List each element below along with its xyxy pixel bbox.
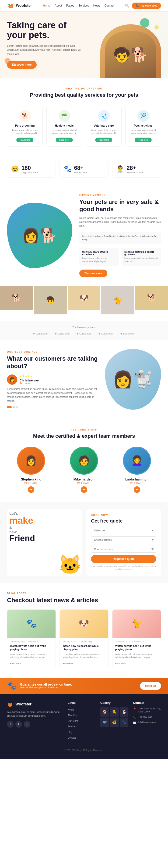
- dot-1[interactable]: [7, 406, 12, 408]
- happy-customers-number: 180: [22, 165, 38, 171]
- nav-contact[interactable]: Contact: [104, 4, 114, 7]
- service-card-grooming[interactable]: 🐕 Pets grooming Lorem ipsum dolor sit am…: [7, 105, 43, 147]
- footer-contact-title: Contact: [133, 701, 161, 705]
- testimonial-text: Suspendisse fermentum posuere fu nisl. N…: [7, 387, 98, 403]
- blog-read-more-2[interactable]: Read More: [63, 662, 73, 665]
- phone-contact-icon: 📞: [133, 716, 136, 719]
- bottom-cta-banner: 🐾 Guarantee our all pet eat on time, lea…: [0, 678, 168, 694]
- footer-gallery-item-2[interactable]: 🐈: [110, 707, 119, 717]
- address-text: 1234 Street Name, City, State 00000: [138, 707, 161, 714]
- phone-contact-text: +01 0000 0000: [138, 715, 153, 719]
- gallery-item-1[interactable]: 🐕: [0, 286, 33, 310]
- nav-about[interactable]: About: [55, 4, 62, 7]
- footer-link-home[interactable]: Home: [68, 707, 96, 712]
- testimonials-image-placeholder: 👩🐩: [113, 370, 153, 389]
- footer-gallery-item-4[interactable]: 🐦: [100, 718, 109, 727]
- footer-gallery-item-6[interactable]: 🐾: [120, 718, 128, 727]
- blog-card-1[interactable]: 🐾 January 5, 2021 Comment (5) Watch how …: [7, 610, 56, 668]
- gallery-item-2[interactable]: 👦: [34, 286, 67, 314]
- service-card-vet[interactable]: 🩺 Veterinary care Lorem ipsum dolor sit …: [86, 105, 122, 147]
- dot-2[interactable]: [13, 406, 15, 408]
- blog-section: BLOG POSTS Checkout latest news & articl…: [0, 583, 168, 678]
- email-icon: ✉️: [133, 721, 136, 724]
- blog-post-title-2: Watch how its heart out while playing pi…: [63, 644, 105, 651]
- meals-btn[interactable]: Read more: [56, 137, 73, 142]
- hero-image: 🧒🐕: [100, 24, 161, 78]
- gallery-section: 🐕 👦 🐶 🐈 🐕: [0, 286, 168, 321]
- testimonials-image: 👩🐩: [105, 349, 161, 410]
- member-2-add-button[interactable]: +: [81, 486, 87, 493]
- blog-body-1: January 5, 2021 Comment (5) Watch how it…: [7, 638, 56, 668]
- search-icon[interactable]: 🔍: [125, 4, 129, 7]
- feature-groomers-desc: Lorem ipsum dolor sit amet dolor sit ame…: [124, 257, 158, 263]
- footer-link-team[interactable]: Our Team: [68, 718, 96, 723]
- nav-home[interactable]: Home: [43, 4, 51, 7]
- footer: Woofster Lorem ipsum dolor sit amet, con…: [0, 694, 168, 759]
- logo[interactable]: Woofster: [7, 2, 32, 9]
- member-3-add-button[interactable]: +: [134, 486, 140, 493]
- blog-title: Checkout latest news & articles: [7, 596, 161, 604]
- footer-gallery-item-1[interactable]: 🐕: [100, 707, 109, 717]
- service-card-meals[interactable]: 🥗 Healthy meals Lorem ipsum dolor sit am…: [46, 105, 82, 147]
- feature-experience-title: We've 25 Years of work experience: [82, 251, 116, 256]
- footer-link-contact[interactable]: Contact: [68, 735, 96, 740]
- service-card-activities[interactable]: 🎾 Pets activities Lorem ipsum dolor sit …: [125, 105, 161, 147]
- nav-pages[interactable]: Pages: [66, 4, 74, 7]
- grooming-btn[interactable]: Read more: [16, 137, 33, 142]
- select-pet[interactable]: Select pet: [91, 527, 156, 534]
- gallery-item-3[interactable]: 🐶: [68, 286, 101, 310]
- partners-label: The business partners: [7, 326, 161, 329]
- footer-contact-column: Contact 📍 1234 Street Name, City, State …: [133, 701, 161, 741]
- select-service[interactable]: Choose service: [91, 536, 156, 543]
- blog-card-2[interactable]: 🐶 January 5, 2021 Comment (3) Watch how …: [60, 610, 108, 668]
- partner-1-icon: ◆: [33, 332, 35, 335]
- footer-gallery-item-3[interactable]: 🐇: [120, 707, 128, 717]
- testimonials-title: What our customers are talking about?: [7, 355, 98, 370]
- hero-cta-button[interactable]: Discover more: [7, 61, 37, 69]
- bottom-cta-button[interactable]: Read all: [140, 682, 161, 690]
- blog-card-3[interactable]: 🐈 January 5, 2021 Comment (2) Watch how …: [112, 610, 161, 668]
- quote-submit-button[interactable]: Request a quote: [91, 555, 156, 563]
- select-provider[interactable]: Choose provider: [91, 546, 156, 553]
- services-label: WHAT WE DO OFFERING: [7, 87, 161, 90]
- footer-link-services[interactable]: Services: [68, 724, 96, 728]
- member-3-avatar: 👩‍🦱: [123, 446, 151, 475]
- activities-btn[interactable]: Read more: [135, 137, 152, 142]
- gallery-item-4[interactable]: 🐈: [101, 286, 134, 314]
- member-1-add-button[interactable]: +: [28, 486, 34, 493]
- gallery-item-5[interactable]: 🐕: [135, 286, 168, 310]
- footer-copyright: © 2021 Woofster. All Rights Reserved.: [64, 749, 104, 752]
- social-facebook[interactable]: f: [7, 721, 13, 727]
- footer-grid: Woofster Lorem ipsum dolor sit amet, con…: [7, 701, 161, 741]
- quote-form-note: Nunc fringilla arcu egestas mauris effic…: [91, 565, 156, 571]
- bottom-cta-title: Guarantee our all pet eat on time,: [20, 683, 136, 686]
- about-features: We've 25 Years of work experience Lorem …: [79, 248, 161, 266]
- footer-link-about[interactable]: About Us: [68, 713, 96, 717]
- blog-thumb-3: 🐈: [112, 610, 161, 638]
- partner-4-icon: ◆: [98, 332, 100, 335]
- footer-gallery-column: Gallery 🐕 🐈 🐇 🐦 🐠 🐾: [100, 701, 128, 741]
- team-grid: 👩 Stephen king PET CARE + 🧑 Mike hardson…: [7, 446, 161, 493]
- footer-link-blog[interactable]: Blog: [68, 730, 96, 734]
- activities-name: Pets activities: [128, 124, 158, 127]
- about-cta-button[interactable]: Discover more: [79, 270, 107, 277]
- team-member-1: 👩 Stephen king PET CARE +: [7, 446, 55, 493]
- blog-read-more-3[interactable]: Read More: [115, 662, 126, 665]
- blog-read-more-1[interactable]: Read More: [10, 662, 21, 665]
- blog-excerpt-1: Lorem ipsum dolor sit amet consectetur a…: [10, 653, 53, 659]
- phone-button[interactable]: 📞 +01 0000 0000: [132, 3, 161, 9]
- hero-img-placeholder: 🧒🐕: [105, 31, 156, 78]
- footer-brand-column: Woofster Lorem ipsum dolor sit amet, con…: [7, 701, 63, 741]
- footer-gallery-item-5[interactable]: 🐠: [110, 718, 119, 727]
- nav-news[interactable]: News: [93, 4, 100, 7]
- social-twitter[interactable]: t: [15, 721, 22, 727]
- vet-btn[interactable]: Read more: [95, 137, 112, 142]
- activities-desc: Lorem ipsum dolor sit amet consectetur a…: [128, 129, 158, 135]
- social-linkedin[interactable]: in: [24, 721, 30, 727]
- bottom-cta-icon: 🐾: [7, 681, 16, 690]
- footer-brand-desc: Lorem ipsum dolor sit amet, consectetur …: [7, 710, 63, 718]
- nav-services[interactable]: Services: [78, 4, 89, 7]
- about-feature-experience: We've 25 Years of work experience Lorem …: [79, 248, 119, 266]
- testimonial-dots: [7, 406, 98, 408]
- dot-3[interactable]: [16, 406, 18, 408]
